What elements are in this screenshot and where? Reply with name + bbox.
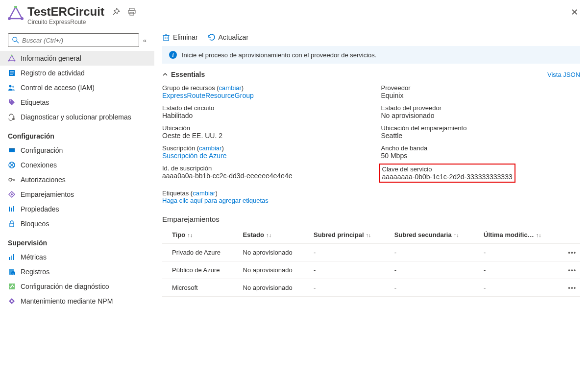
sidebar-item-label: Métricas [21, 253, 47, 261]
delete-button[interactable]: Eliminar [162, 33, 198, 41]
diagnose-icon [8, 113, 16, 121]
sort-icon: ↑↓ [454, 232, 459, 238]
property-value: Equinix [381, 92, 404, 99]
property-label: Suscripción (cambiar) [162, 144, 362, 152]
svg-marker-0 [9, 7, 22, 19]
sidebar-item-tag[interactable]: Etiquetas [0, 95, 154, 110]
sidebar-item-metrics[interactable]: Métricas [0, 250, 154, 264]
property-value[interactable]: ExpressRouteResourceGroup [162, 92, 254, 99]
table-row[interactable]: Privado de AzureNo aprovisionado---••• [162, 244, 580, 261]
close-icon[interactable]: ✕ [571, 7, 578, 18]
cell-modified: - [480, 261, 561, 279]
config-icon [8, 146, 16, 154]
svg-point-44 [11, 300, 13, 302]
row-menu-icon[interactable]: ••• [568, 249, 576, 256]
sidebar-item-label: Control de acceso (IAM) [21, 84, 95, 92]
page-subtitle: Circuito ExpressRoute [27, 19, 104, 25]
column-header[interactable]: Subred secundaria↑↓ [391, 226, 480, 244]
auth-icon [8, 176, 16, 184]
property-label: Clave del servicio [382, 165, 513, 173]
svg-rect-45 [164, 35, 169, 41]
metrics-icon [8, 253, 16, 261]
svg-rect-35 [10, 223, 14, 227]
sort-icon: ↑↓ [366, 232, 371, 238]
nav-section-config: Configuración [0, 124, 154, 143]
props-icon [8, 205, 16, 213]
refresh-icon [208, 33, 216, 41]
column-header[interactable]: Estado↑↓ [239, 226, 310, 244]
cell-subnet2: - [391, 244, 480, 261]
cell-subnet1: - [310, 244, 391, 261]
circuit-logo-icon [8, 6, 24, 22]
log-icon [8, 69, 16, 77]
table-row[interactable]: MicrosoftNo aprovisionado---••• [162, 279, 580, 297]
page-title: TestERCircuit [27, 5, 104, 19]
sidebar-item-label: Emparejamientos [21, 190, 74, 198]
row-menu-icon[interactable]: ••• [568, 284, 576, 291]
sidebar-item-label: Diagnosticar y solucionar problemas [21, 113, 131, 121]
nav-section-monitor: Supervisión [0, 231, 154, 250]
sidebar-item-peerings[interactable]: Emparejamientos [0, 187, 154, 202]
peerings-icon [8, 190, 16, 198]
cell-state: No aprovisionado [239, 279, 310, 297]
property-value[interactable]: Suscripción de Azure [162, 152, 227, 160]
sidebar-item-label: Configuración de diagnóstico [21, 283, 109, 290]
iam-icon [8, 84, 16, 92]
svg-point-7 [13, 37, 17, 42]
column-header[interactable]: Tipo↑↓ [162, 226, 239, 244]
property: Estado del circuitoHabilitado [162, 104, 362, 119]
add-tags-link[interactable]: Haga clic aquí para agregar etiquetas [162, 197, 269, 204]
info-banner-text: Inicie el proceso de aprovisionamiento c… [182, 51, 376, 59]
sidebar-item-diagset[interactable]: Configuración de diagnóstico [0, 279, 154, 294]
svg-point-12 [8, 60, 10, 62]
print-icon[interactable] [128, 8, 136, 17]
cell-subnet2: - [391, 261, 480, 279]
sidebar-item-logs[interactable]: »Registros [0, 264, 154, 279]
sidebar-item-props[interactable]: Propiedades [0, 202, 154, 216]
sidebar-item-circuit[interactable]: Información general [0, 51, 154, 66]
sidebar-item-npm[interactable]: Mantenimiento mediante NPM [0, 294, 154, 308]
row-menu-icon[interactable]: ••• [568, 266, 576, 274]
svg-point-3 [8, 17, 11, 20]
sort-icon: ↑↓ [187, 232, 193, 238]
sidebar-item-diagnose[interactable]: Diagnosticar y solucionar problemas [0, 110, 154, 124]
svg-rect-36 [9, 257, 10, 260]
sidebar-item-auth[interactable]: Autorizaciones [0, 172, 154, 187]
collapse-sidebar-icon[interactable]: « [143, 37, 147, 44]
json-view-link[interactable]: Vista JSON [547, 71, 580, 78]
sidebar-item-log[interactable]: Registro de actividad [0, 66, 154, 80]
svg-marker-9 [9, 55, 15, 61]
property-label: Ubicación del emparejamiento [381, 124, 581, 132]
column-header[interactable]: Subred principal↑↓ [310, 226, 391, 244]
svg-point-19 [10, 100, 11, 101]
connections-icon [8, 161, 16, 169]
circuit-icon [8, 54, 16, 62]
svg-point-17 [9, 85, 12, 88]
sidebar-item-locks[interactable]: Bloqueos [0, 216, 154, 231]
sidebar-item-connections[interactable]: Conexiones [0, 158, 154, 172]
property-label: Estado del proveedor [381, 104, 581, 112]
tags-change-link[interactable]: cambiar [193, 189, 215, 197]
info-banner: i Inicie el proceso de aprovisionamiento… [162, 46, 580, 64]
sidebar-item-iam[interactable]: Control de acceso (IAM) [0, 80, 154, 95]
property-label: Proveedor [381, 84, 581, 92]
property-label: Estado del circuito [162, 104, 362, 112]
sidebar-item-config[interactable]: Configuración [0, 143, 154, 158]
table-row[interactable]: Público de AzureNo aprovisionado---••• [162, 261, 580, 279]
svg-line-8 [17, 41, 19, 43]
sidebar-item-label: Información general [21, 54, 81, 62]
svg-rect-4 [129, 8, 134, 10]
refresh-button[interactable]: Actualizar [208, 33, 248, 41]
change-link[interactable]: cambiar [199, 144, 221, 152]
pin-icon[interactable] [112, 8, 120, 17]
sidebar: « Información generalRegistro de activid… [0, 29, 154, 318]
search-input[interactable] [22, 37, 135, 44]
property-value: 50 Mbps [381, 152, 408, 160]
search-box[interactable] [8, 33, 139, 47]
column-header[interactable]: Última modific…↑↓ [480, 226, 561, 244]
cell-type: Privado de Azure [162, 244, 239, 261]
essentials-toggle[interactable]: Essentials [162, 71, 205, 78]
title-block: TestERCircuit Circuito ExpressRoute [27, 5, 104, 25]
sort-icon: ↑↓ [266, 232, 271, 238]
change-link[interactable]: cambiar [219, 84, 242, 92]
